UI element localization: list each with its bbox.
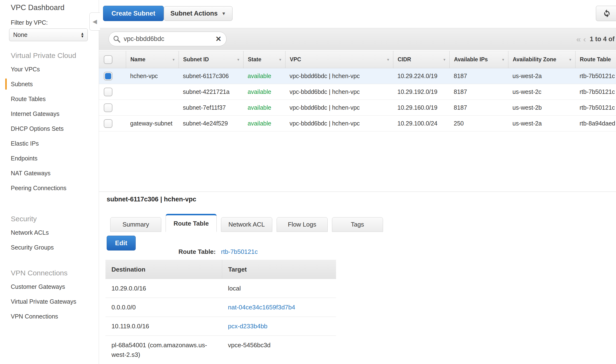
route-table-label: Route Table:: [107, 248, 216, 256]
route-destination: 10.119.0.0/16: [106, 317, 222, 336]
column-header-label: Subnet ID: [183, 56, 209, 63]
table-row[interactable]: hchen-vpcsubnet-6117c306availablevpc-bbd…: [99, 68, 616, 84]
cell-state: available: [243, 84, 285, 100]
sort-icon: ▼: [443, 58, 446, 62]
table-row[interactable]: gateway-subnetsubnet-4e24f529availablevp…: [99, 116, 616, 131]
column-header-name[interactable]: Name▼: [126, 51, 178, 68]
sidebar-item-customer-gateways[interactable]: Customer Gateways: [0, 279, 99, 294]
refresh-button[interactable]: [596, 6, 616, 21]
sidebar-item-peering-connections[interactable]: Peering Connections: [0, 181, 99, 195]
cell-vpc: vpc-bbdd6bdc | hchen-vpc: [285, 84, 393, 100]
create-subnet-button[interactable]: Create Subnet: [103, 6, 164, 21]
sidebar-item-network-acls[interactable]: Network ACLs: [0, 225, 99, 240]
tab-summary[interactable]: Summary: [110, 217, 161, 232]
sidebar-item-virtual-private-gateways[interactable]: Virtual Private Gateways: [0, 294, 99, 309]
table-row[interactable]: subnet-7ef11f37availablevpc-bbdd6bdc | h…: [99, 100, 616, 116]
cell-availability-zone: us-west-2a: [508, 68, 575, 84]
pagination-first-icon[interactable]: «: [576, 35, 581, 44]
sidebar-item-security-groups[interactable]: Security Groups: [0, 240, 99, 255]
table-row[interactable]: subnet-4221721aavailablevpc-bbdd6bdc | h…: [99, 84, 616, 100]
checkbox-icon: [104, 104, 112, 112]
sidebar-item-vpn-connections[interactable]: VPN Connections: [0, 309, 99, 324]
route-table-link[interactable]: rtb-7b50121c: [221, 248, 258, 256]
sidebar-item-internet-gateways[interactable]: Internet Gateways: [0, 106, 99, 121]
select-all-checkbox[interactable]: [99, 51, 126, 68]
cell-availability-zone: us-west-2a: [508, 116, 575, 131]
detail-panel-divider: [99, 192, 616, 192]
routes-table-row: 10.119.0.0/16pcx-d233b4bb: [106, 317, 336, 336]
search-row: ✕ « ‹ 1 to 4 of: [99, 28, 616, 50]
sidebar-item-endpoints[interactable]: Endpoints: [0, 151, 99, 166]
tab-tags[interactable]: Tags: [332, 217, 383, 232]
nav-section-items: Network ACLsSecurity Groups: [0, 225, 99, 255]
cell-vpc: vpc-bbdd6bdc | hchen-vpc: [285, 100, 393, 116]
checkbox-icon: [104, 55, 112, 64]
vpc-filter-select[interactable]: None ▲▼: [9, 28, 88, 41]
column-header-subnet-id[interactable]: Subnet ID▼: [178, 51, 243, 68]
cell-subnet-id: subnet-4221721a: [178, 84, 243, 100]
routes-col-destination: Destination: [106, 260, 222, 279]
column-header-label: Availability Zone: [513, 56, 556, 63]
cell-subnet-id: subnet-6117c306: [178, 68, 243, 84]
cell-cidr: 10.29.160.0/19: [393, 100, 449, 116]
column-header-vpc[interactable]: VPC▼: [285, 51, 393, 68]
cell-available-ips: 8187: [449, 100, 508, 116]
column-header-cidr[interactable]: CIDR▼: [393, 51, 449, 68]
route-destination: 0.0.0.0/0: [106, 298, 222, 317]
cell-name: [126, 100, 178, 116]
row-checkbox[interactable]: [99, 116, 126, 131]
cell-vpc: vpc-bbdd6bdc | hchen-vpc: [285, 68, 393, 84]
sidebar-item-elastic-ips[interactable]: Elastic IPs: [0, 136, 99, 151]
pagination-prev-icon[interactable]: ‹: [583, 35, 586, 44]
column-header-label: Route Table: [580, 56, 611, 63]
route-target-link[interactable]: pcx-d233b4bb: [228, 323, 268, 330]
cell-route-table: rtb-8a94daed: [575, 116, 616, 131]
column-header-availability-zone[interactable]: Availability Zone▼: [508, 51, 575, 68]
chevron-down-icon: ▼: [221, 11, 226, 16]
route-target: nat-04ce34c1659f3d7b4: [222, 298, 336, 317]
cell-cidr: 10.29.224.0/19: [393, 68, 449, 84]
route-target: pcx-d233b4bb: [222, 317, 336, 336]
sidebar-item-subnets[interactable]: Subnets: [0, 77, 99, 91]
column-header-label: Name: [130, 56, 146, 63]
cell-state: available: [243, 100, 285, 116]
main-content: Create Subnet Subnet Actions ▼ ✕ « ‹ 1 t…: [99, 0, 616, 364]
search-input[interactable]: [123, 35, 216, 43]
sidebar-item-nat-gateways[interactable]: NAT Gateways: [0, 166, 99, 181]
routes-table-row: pl-68a54001 (com.amazonaws.us-west-2.s3)…: [106, 336, 336, 364]
tab-route-table[interactable]: Route Table: [166, 214, 217, 232]
route-target: local: [222, 279, 336, 298]
clear-search-icon[interactable]: ✕: [216, 35, 221, 43]
route-target-link[interactable]: nat-04ce34c1659f3d7b4: [228, 304, 295, 311]
sidebar-item-your-vpcs[interactable]: Your VPCs: [0, 62, 99, 77]
nav-section-header-virtual-private-cloud: Virtual Private Cloud: [0, 51, 99, 60]
sidebar-item-dhcp-options-sets[interactable]: DHCP Options Sets: [0, 121, 99, 136]
column-header-route-table[interactable]: Route Table: [575, 51, 616, 68]
cell-name: [126, 84, 178, 100]
column-header-available-ips[interactable]: Available IPs▼: [449, 51, 508, 68]
cell-state: available: [243, 68, 285, 84]
sidebar-collapse-button[interactable]: ◀: [89, 13, 100, 31]
row-checkbox[interactable]: [99, 68, 126, 84]
column-header-state[interactable]: State▼: [243, 51, 285, 68]
cell-route-table: rtb-7b50121c: [575, 84, 616, 100]
detail-panel-title: subnet-6117c306 | hchen-vpc: [107, 196, 196, 203]
sidebar: VPC Dashboard Filter by VPC: None ▲▼ Vir…: [0, 0, 99, 364]
column-header-label: State: [248, 56, 261, 63]
sort-icon: ▼: [278, 58, 282, 62]
pagination-range-text: 1 to 4 of: [590, 35, 615, 43]
tab-network-acl[interactable]: Network ACL: [221, 217, 272, 232]
column-header-label: VPC: [290, 56, 301, 63]
cell-cidr: 10.29.100.0/24: [393, 116, 449, 131]
nav-section-items: Customer GatewaysVirtual Private Gateway…: [0, 279, 99, 324]
cell-vpc: vpc-bbdd6bdc | hchen-vpc: [285, 116, 393, 131]
search-box[interactable]: ✕: [109, 32, 227, 46]
state-badge: available: [247, 88, 271, 95]
row-checkbox[interactable]: [99, 84, 126, 100]
cell-availability-zone: us-west-2b: [508, 100, 575, 116]
state-badge: available: [247, 120, 271, 127]
row-checkbox[interactable]: [99, 100, 126, 116]
sidebar-item-route-tables[interactable]: Route Tables: [0, 91, 99, 106]
tab-flow-logs[interactable]: Flow Logs: [277, 217, 328, 232]
subnet-actions-button[interactable]: Subnet Actions ▼: [164, 6, 233, 21]
